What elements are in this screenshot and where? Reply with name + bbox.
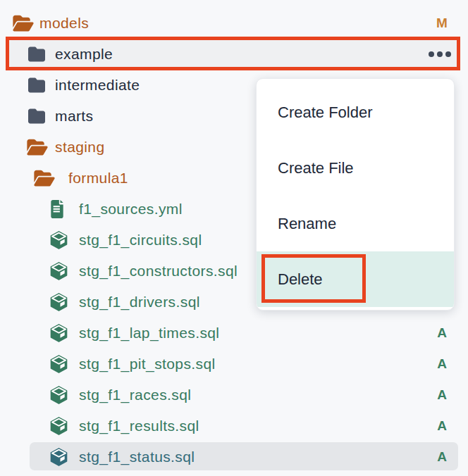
menu-item-delete[interactable]: Delete [257, 251, 454, 307]
menu-item-rename[interactable]: Rename [257, 196, 454, 251]
model-cube-icon [49, 231, 68, 250]
tree-label: stg_f1_constructors.sql [79, 256, 238, 287]
tree-label: stg_f1_status.sql [79, 441, 195, 472]
tree-label: stg_f1_circuits.sql [79, 225, 202, 256]
tree-row-stg-f1-races-sql[interactable]: stg_f1_races.sqlA [0, 380, 468, 411]
tree-label: f1_sources.yml [79, 194, 183, 225]
folder-closed-icon [27, 108, 47, 125]
git-status-badge: A [434, 411, 450, 441]
tree-label: stg_f1_pit_stops.sql [79, 349, 216, 380]
model-cube-icon [49, 355, 68, 374]
git-status-badge: A [434, 349, 450, 380]
tree-label: formula1 [68, 163, 128, 194]
tree-label: example [55, 39, 113, 70]
tree-row-stg-f1-pit-stops-sql[interactable]: stg_f1_pit_stops.sqlA [0, 349, 468, 380]
git-status-badge: A [434, 380, 450, 411]
tree-label: models [39, 8, 89, 39]
tree-row-models[interactable]: modelsM [0, 8, 468, 39]
tree-label: intermediate [55, 70, 140, 101]
folder-open-icon [13, 14, 34, 32]
git-status-badge: M [434, 8, 450, 39]
folder-open-icon [34, 169, 55, 187]
menu-item-create-file[interactable]: Create File [257, 140, 454, 196]
tree-label: stg_f1_drivers.sql [79, 287, 200, 318]
model-cube-icon [49, 448, 68, 467]
tree-label: marts [55, 101, 94, 132]
yaml-file-icon [49, 200, 65, 218]
tree-label: stg_f1_results.sql [79, 411, 199, 441]
model-cube-icon [49, 262, 68, 281]
folder-closed-icon [27, 77, 47, 94]
tree-row-example[interactable]: example [0, 39, 468, 70]
git-status-badge: A [434, 441, 450, 472]
menu-item-create-folder[interactable]: Create Folder [257, 84, 454, 140]
git-status-badge: A [434, 318, 450, 349]
model-cube-icon [49, 417, 68, 436]
tree-label: staging [55, 132, 105, 163]
model-cube-icon [49, 324, 68, 343]
folder-open-icon [27, 138, 48, 156]
tree-label: stg_f1_lap_times.sql [79, 318, 219, 349]
tree-row-stg-f1-lap-times-sql[interactable]: stg_f1_lap_times.sqlA [0, 318, 468, 349]
context-menu: Create FolderCreate FileRenameDelete [256, 78, 455, 311]
tree-row-stg-f1-status-sql[interactable]: stg_f1_status.sqlA [0, 441, 468, 472]
tree-row-stg-f1-results-sql[interactable]: stg_f1_results.sqlA [0, 411, 468, 441]
folder-closed-icon [27, 46, 47, 63]
model-cube-icon [49, 293, 68, 312]
model-cube-icon [49, 386, 68, 405]
tree-label: stg_f1_races.sql [79, 380, 191, 411]
ellipsis-menu-icon[interactable] [429, 51, 451, 57]
